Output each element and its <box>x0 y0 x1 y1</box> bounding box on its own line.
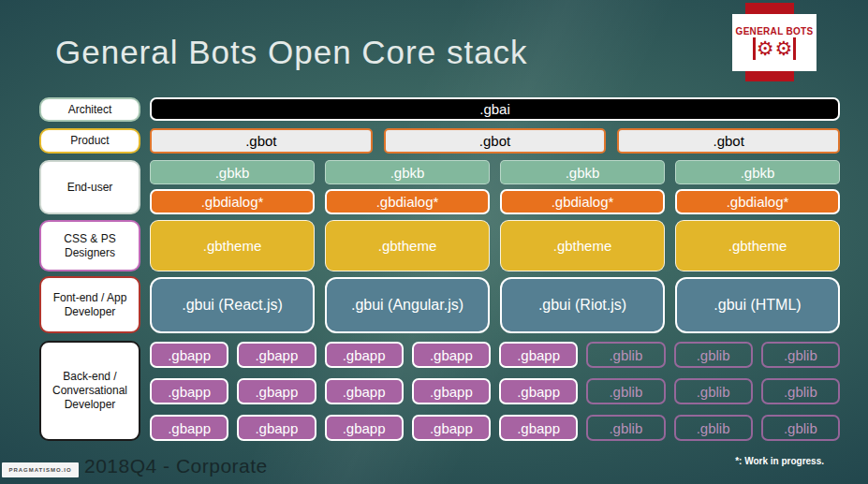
gblib-box: .gblib <box>586 415 665 441</box>
row-label-end-user: End-user <box>39 160 140 214</box>
gbdialog-box: .gbdialog* <box>150 189 315 214</box>
general-bots-logo: GENERAL BOTS ⚙ ⚙ <box>732 14 817 71</box>
logo-gears: ⚙ ⚙ <box>753 37 796 60</box>
gbot-box: .gbot <box>384 128 607 154</box>
row-gbot: .gbot .gbot .gbot <box>150 128 840 154</box>
row-apps-3: .gbapp .gbapp .gbapp .gbapp .gbapp .gbli… <box>150 415 840 441</box>
gbapp-box: .gbapp <box>150 415 228 441</box>
row-label-frontend-app-developer: Font-end / App Developer <box>39 276 140 333</box>
gbot-box: .gbot <box>617 128 840 154</box>
row-gbai: .gbai <box>150 97 840 121</box>
gbui-html-box: .gbui (HTML) <box>675 277 840 333</box>
row-label-architect: Architect <box>39 97 140 122</box>
gblib-box: .gblib <box>586 342 665 368</box>
row-apps-2: .gbapp .gbapp .gbapp .gbapp .gbapp .gbli… <box>150 378 840 404</box>
gear-icon: ⚙ <box>757 38 774 59</box>
footer-date: 2018Q4 - Corporate <box>84 455 268 477</box>
gbapp-box: .gbapp <box>150 378 228 404</box>
gbkb-box: .gbkb <box>325 160 490 184</box>
gbkb-box: .gbkb <box>675 160 840 184</box>
gbapp-box: .gbapp <box>237 342 316 368</box>
gbdialog-box: .gbdialog* <box>500 189 665 214</box>
gblib-box: .gblib <box>761 342 840 368</box>
gbtheme-box: .gbtheme <box>500 220 665 271</box>
gbtheme-box: .gbtheme <box>325 220 490 271</box>
gbdialog-box: .gbdialog* <box>325 189 490 214</box>
gbkb-box: .gbkb <box>150 160 315 184</box>
gbui-riot-box: .gbui (Riot.js) <box>500 277 665 333</box>
gbapp-box: .gbapp <box>150 342 228 368</box>
row-apps-1: .gbapp .gbapp .gbapp .gbapp .gbapp .gbli… <box>150 342 840 368</box>
row-gbui: .gbui (React.js) .gbui (Angular.js) .gbu… <box>150 277 840 333</box>
row-gbtheme: .gbtheme .gbtheme .gbtheme .gbtheme <box>150 220 840 271</box>
gbapp-box: .gbapp <box>412 378 491 404</box>
gbdialog-box: .gbdialog* <box>675 189 840 214</box>
gblib-box: .gblib <box>674 415 753 441</box>
gbapp-box: .gbapp <box>325 415 404 441</box>
gbtheme-box: .gbtheme <box>675 220 840 271</box>
gbui-react-box: .gbui (React.js) <box>150 277 315 333</box>
gbapp-box: .gbapp <box>412 342 491 368</box>
gbapp-box: .gbapp <box>325 342 404 368</box>
gbui-angular-box: .gbui (Angular.js) <box>325 277 490 333</box>
pragmatismo-logo-text: PRAGMATISMO.IO <box>8 467 71 473</box>
gbapp-box: .gbapp <box>237 378 316 404</box>
gbapp-box: .gbapp <box>237 415 316 441</box>
gbkb-box: .gbkb <box>500 160 665 184</box>
gbtheme-box: .gbtheme <box>150 220 315 271</box>
logo-brand-text: GENERAL BOTS <box>736 26 814 37</box>
row-label-css-ps-designers: CSS & PS Designers <box>39 220 140 271</box>
slide-title: General Bots Open Core stack <box>55 34 528 71</box>
row-gbkb: .gbkb .gbkb .gbkb .gbkb <box>150 160 840 184</box>
gbai-box: .gbai <box>150 97 840 121</box>
gbot-box: .gbot <box>150 128 373 154</box>
slide: General Bots Open Core stack GENERAL BOT… <box>0 0 868 484</box>
pragmatismo-logo: PRAGMATISMO.IO <box>2 462 79 477</box>
gear-icon: ⚙ <box>775 38 793 59</box>
gbapp-box: .gbapp <box>325 378 404 404</box>
row-gbdialog: .gbdialog* .gbdialog* .gbdialog* .gbdial… <box>150 189 840 214</box>
gbapp-box: .gbapp <box>499 415 578 441</box>
gblib-box: .gblib <box>586 378 665 404</box>
logo-left-bar <box>753 37 756 60</box>
row-label-backend-conversational-developer: Back-end / Conversational Developer <box>39 341 140 441</box>
gblib-box: .gblib <box>761 378 840 404</box>
gbapp-box: .gbapp <box>499 342 578 368</box>
gbapp-box: .gbapp <box>499 378 578 404</box>
gblib-box: .gblib <box>761 415 840 441</box>
work-in-progress-note: *: Work in progress. <box>735 456 824 466</box>
gblib-box: .gblib <box>674 342 753 368</box>
gbapp-box: .gbapp <box>412 415 491 441</box>
logo-right-bar <box>793 37 796 60</box>
gblib-box: .gblib <box>674 378 753 404</box>
row-label-product: Product <box>39 128 140 154</box>
